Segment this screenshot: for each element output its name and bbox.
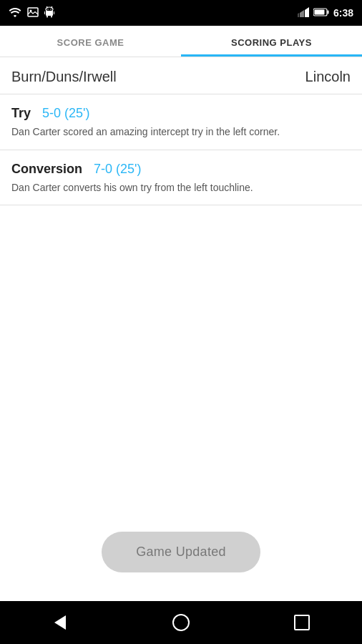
svg-rect-12 bbox=[314, 10, 324, 15]
svg-rect-11 bbox=[327, 11, 328, 14]
event-type-try: Try bbox=[11, 106, 31, 121]
home-team-name: Burn/Duns/Irwell bbox=[11, 69, 117, 85]
svg-marker-7 bbox=[305, 7, 309, 17]
battery-icon bbox=[313, 7, 329, 19]
game-updated-button[interactable]: Game Updated bbox=[102, 532, 260, 572]
svg-marker-8 bbox=[300, 10, 304, 17]
event-description-try: Dan Carter scored an amazing intercept t… bbox=[11, 125, 351, 140]
tab-bar: SCORE GAME SCORING PLAYS bbox=[0, 26, 362, 57]
svg-point-4 bbox=[50, 9, 51, 9]
recents-button[interactable] bbox=[288, 608, 316, 637]
time-display: 6:38 bbox=[333, 7, 353, 19]
status-icons-right: 6:38 bbox=[298, 7, 353, 19]
event-score-try: 5-0 (25') bbox=[42, 106, 89, 121]
event-description-conversion: Dan Carter converts his own try from the… bbox=[11, 181, 351, 195]
away-team-name: Lincoln bbox=[305, 69, 351, 85]
event-header-try: Try 5-0 (25') bbox=[11, 106, 351, 121]
event-type-conversion: Conversion bbox=[11, 162, 82, 177]
image-icon bbox=[27, 7, 39, 19]
scoring-event-conversion: Conversion 7-0 (25') Dan Carter converts… bbox=[0, 150, 362, 206]
signal-icon bbox=[298, 7, 309, 19]
status-icons-left bbox=[9, 6, 54, 20]
scoring-plays-content: Try 5-0 (25') Dan Carter scored an amazi… bbox=[0, 94, 362, 510]
home-button[interactable] bbox=[167, 608, 195, 637]
event-header-conversion: Conversion 7-0 (25') bbox=[11, 162, 351, 177]
event-score-conversion: 7-0 (25') bbox=[94, 162, 141, 177]
nav-bar bbox=[0, 601, 362, 644]
tab-score-game[interactable]: SCORE GAME bbox=[0, 26, 181, 57]
team-header: Burn/Duns/Irwell Lincoln bbox=[0, 57, 362, 94]
back-button[interactable] bbox=[46, 608, 74, 637]
bottom-area: Game Updated bbox=[0, 510, 362, 601]
scoring-event-try: Try 5-0 (25') Dan Carter scored an amazi… bbox=[0, 94, 362, 150]
android-icon bbox=[44, 6, 54, 20]
svg-rect-0 bbox=[28, 8, 38, 16]
svg-rect-6 bbox=[51, 16, 52, 18]
status-bar: 6:38 bbox=[0, 0, 362, 26]
svg-point-3 bbox=[47, 9, 48, 9]
tab-scoring-plays[interactable]: SCORING PLAYS bbox=[181, 26, 362, 57]
svg-marker-9 bbox=[298, 13, 299, 17]
wifi-icon bbox=[9, 7, 21, 19]
svg-rect-5 bbox=[47, 16, 48, 18]
